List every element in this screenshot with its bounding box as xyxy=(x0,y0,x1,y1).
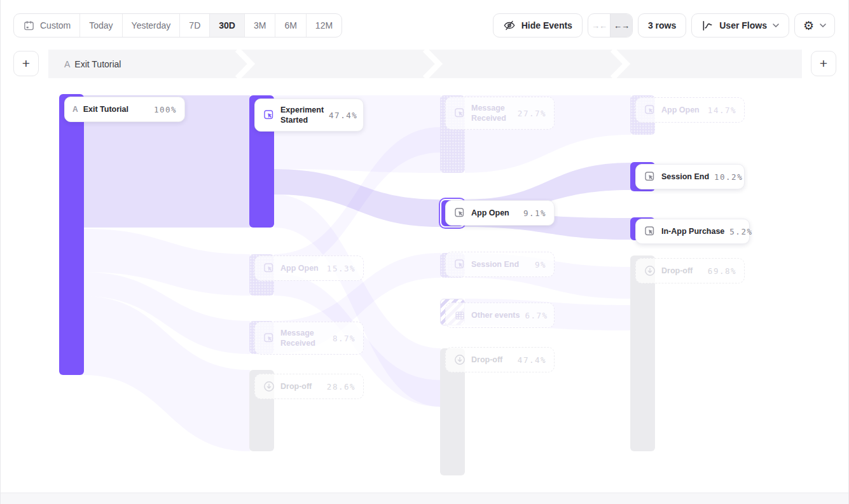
step-letter-badge: A xyxy=(72,105,78,114)
node-label: Drop-off xyxy=(471,355,513,365)
node-percent: 14.7% xyxy=(708,106,736,115)
drop-off-icon xyxy=(453,353,466,366)
flow-node-app-open[interactable]: App Open9.1% xyxy=(445,200,555,226)
flow-node-app-open[interactable]: App Open14.7% xyxy=(635,97,745,123)
flow-node-message-received[interactable]: Message Received8.7% xyxy=(254,322,364,355)
node-percent: 9.1% xyxy=(523,208,546,218)
flow-node-session-end[interactable]: Session End9% xyxy=(445,252,555,277)
node-percent: 5.2% xyxy=(729,227,752,236)
flow-node-experiment-started[interactable]: Experiment Started47.4% xyxy=(254,99,364,132)
node-label: Exit Tutorial xyxy=(83,104,149,114)
event-icon xyxy=(644,170,656,183)
event-icon xyxy=(644,225,656,238)
node-label: Session End xyxy=(661,172,709,182)
node-percent: 27.7% xyxy=(518,109,546,118)
event-icon xyxy=(263,109,275,121)
flow-bar-drop-off[interactable] xyxy=(630,255,655,451)
node-label: App Open xyxy=(661,105,703,115)
user-flows-sankey: AExit Tutorial100%Experiment Started47.4… xyxy=(1,0,848,504)
node-percent: 47.4% xyxy=(329,111,357,120)
node-label: App Open xyxy=(280,263,322,273)
drop-off-icon xyxy=(644,264,656,277)
event-icon xyxy=(453,107,466,119)
node-label: Message Received xyxy=(280,328,328,349)
node-label: Drop-off xyxy=(280,381,322,392)
node-percent: 28.6% xyxy=(327,382,355,392)
event-icon xyxy=(453,207,466,219)
flow-node-drop-off[interactable]: Drop-off69.8% xyxy=(635,258,745,283)
node-percent: 15.3% xyxy=(327,264,355,273)
node-label: Drop-off xyxy=(661,266,703,276)
flow-node-app-open[interactable]: App Open15.3% xyxy=(254,255,364,281)
flow-node-exit-tutorial[interactable]: AExit Tutorial100% xyxy=(64,97,185,122)
node-label: In-App Purchase xyxy=(661,226,724,236)
flow-node-drop-off[interactable]: Drop-off28.6% xyxy=(254,374,364,399)
node-label: Message Received xyxy=(471,103,513,124)
flow-node-in-app-purchase[interactable]: In-App Purchase5.2% xyxy=(635,219,750,244)
node-label: Other events xyxy=(471,310,520,320)
flow-node-other-events[interactable]: Other events6.7% xyxy=(445,303,555,328)
node-percent: 100% xyxy=(154,105,177,114)
node-percent: 6.7% xyxy=(525,311,548,320)
event-icon xyxy=(263,262,275,275)
node-percent: 8.7% xyxy=(333,334,355,343)
event-icon xyxy=(263,332,275,344)
node-label: Experiment Started xyxy=(280,105,324,126)
horizontal-scrollbar[interactable] xyxy=(1,493,848,504)
user-flows-app: CustomTodayYesterday7D30D3M6M12M Hide Ev… xyxy=(0,0,849,504)
flow-node-message-received[interactable]: Message Received27.7% xyxy=(445,97,555,130)
node-label: App Open xyxy=(471,208,518,218)
flow-node-drop-off[interactable]: Drop-off47.4% xyxy=(445,347,555,372)
flow-links-layer xyxy=(1,0,849,504)
flow-bar-exit-tutorial[interactable] xyxy=(59,94,84,375)
node-percent: 9% xyxy=(535,260,546,269)
node-percent: 10.2% xyxy=(714,172,743,182)
node-percent: 47.4% xyxy=(518,355,546,365)
other-events-icon xyxy=(453,309,466,322)
event-icon xyxy=(644,104,656,116)
node-label: Session End xyxy=(471,259,530,269)
drop-off-icon xyxy=(263,380,275,393)
node-percent: 69.8% xyxy=(708,266,736,276)
event-icon xyxy=(453,258,466,271)
flow-node-session-end[interactable]: Session End10.2% xyxy=(635,164,745,189)
